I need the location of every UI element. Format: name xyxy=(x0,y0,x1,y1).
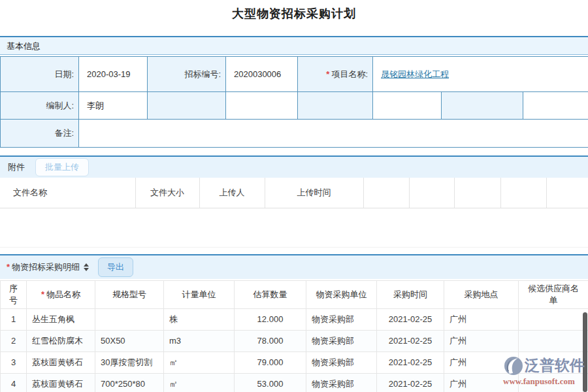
detail-column-header: 物资采购单位 xyxy=(306,280,377,308)
empty-label-cell xyxy=(298,92,373,120)
basic-info-section-header: 基本信息 xyxy=(0,37,588,55)
detail-cell: 79.000 xyxy=(235,351,306,373)
date-value: 2020-03-19 xyxy=(79,57,148,92)
detail-column-header: 采购地点 xyxy=(444,280,519,308)
detail-row[interactable]: 2红雪松防腐木50X50m378.000物资采购部2021-02-25广州 xyxy=(1,330,588,351)
attachment-column-header-empty xyxy=(409,178,454,208)
attachments-empty-body xyxy=(0,208,588,248)
detail-cell: 3 xyxy=(1,351,27,373)
required-asterisk: * xyxy=(7,262,10,272)
detail-cell: 12.000 xyxy=(235,308,306,330)
attachments-section-header: 附件 批量上传 xyxy=(0,157,588,178)
detail-cell: 荔枝面黄锈石 xyxy=(27,351,95,373)
remark-value xyxy=(79,120,588,148)
detail-header-row: 序号*物品名称规格型号计量单位估算数量物资采购单位采购时间采购地点候选供应商名单 xyxy=(1,280,588,308)
detail-cell xyxy=(519,308,588,330)
required-asterisk: * xyxy=(41,289,44,299)
project-name-link[interactable]: 晟铭园林绿化工程 xyxy=(381,69,449,79)
detail-column-header: 估算数量 xyxy=(235,280,306,308)
empty-label-cell xyxy=(442,92,523,120)
detail-column-header: *物品名称 xyxy=(27,280,95,308)
export-button[interactable]: 导出 xyxy=(98,257,133,277)
attachment-column-header-empty xyxy=(454,178,500,208)
bid-number-value: 2020030006 xyxy=(226,57,298,92)
attachment-column-header-empty xyxy=(500,178,546,208)
fanpu-logo-icon xyxy=(504,356,523,376)
empty-value-cell xyxy=(373,92,442,120)
form-row-2: 编制人: 李朗 xyxy=(1,92,588,120)
detail-cell: 物资采购部 xyxy=(306,373,377,392)
detail-cell: 53.000 xyxy=(235,373,306,392)
detail-cell: 物资采购部 xyxy=(306,308,377,330)
attachment-column-header-empty xyxy=(546,178,588,208)
attachment-column-header: 文件名称 xyxy=(0,178,135,208)
detail-cell: 物资采购部 xyxy=(306,330,377,351)
detail-column-header: 序号 xyxy=(1,280,27,308)
detail-cell: 700*250*80 xyxy=(95,373,164,392)
project-name-label-text: 项目名称: xyxy=(331,69,368,79)
detail-section-header: * 物资招标采购明细 导出 xyxy=(0,255,588,279)
detail-cell xyxy=(519,330,588,351)
detail-cell: 物资采购部 xyxy=(306,351,377,373)
detail-cell: 广州 xyxy=(444,308,519,330)
detail-cell: 丛生五角枫 xyxy=(27,308,95,330)
attachment-column-header-empty xyxy=(363,178,409,208)
attachments-section: 附件 批量上传 文件名称文件大小上传人上传时间 xyxy=(0,155,588,248)
detail-cell: ㎡ xyxy=(164,351,235,373)
detail-cell: 荔枝面黄锈石 xyxy=(27,373,95,392)
date-label: 日期: xyxy=(1,57,79,92)
basic-info-form: 日期: 2020-03-19 招标编号: 2020030006 *项目名称: 晟… xyxy=(0,56,588,148)
detail-cell: 78.000 xyxy=(235,330,306,351)
detail-cell: 4 xyxy=(1,373,27,392)
attachments-table: 文件名称文件大小上传人上传时间 xyxy=(0,178,588,208)
form-row-1: 日期: 2020-03-19 招标编号: 2020030006 *项目名称: 晟… xyxy=(1,57,588,92)
attachment-column-header: 上传时间 xyxy=(265,178,363,208)
detail-cell: 株 xyxy=(164,308,235,330)
attachment-column-header: 文件大小 xyxy=(135,178,199,208)
brand-name: 泛普软件 xyxy=(525,355,585,376)
detail-cell: 红雪松防腐木 xyxy=(27,330,95,351)
detail-cell: 2 xyxy=(1,330,27,351)
author-label: 编制人: xyxy=(1,92,79,120)
basic-info-section: 基本信息 日期: 2020-03-19 招标编号: 2020030006 *项目… xyxy=(0,36,588,148)
detail-column-header: 计量单位 xyxy=(164,280,235,308)
form-row-3: 备注: xyxy=(1,120,588,148)
project-name-label: *项目名称: xyxy=(298,57,373,92)
detail-cell: 2021-02-25 xyxy=(377,330,444,351)
detail-cell: m3 xyxy=(164,330,235,351)
empty-label-cell xyxy=(148,92,226,120)
page-title: 大型物资招标采购计划 xyxy=(0,0,588,36)
detail-section-title: 物资招标采购明细 xyxy=(12,261,80,273)
detail-cell: ㎡ xyxy=(164,373,235,392)
detail-cell: 1 xyxy=(1,308,27,330)
detail-cell: 50X50 xyxy=(95,330,164,351)
detail-cell: 2021-02-25 xyxy=(377,373,444,392)
detail-cell: 2021-02-25 xyxy=(377,351,444,373)
empty-value-cell xyxy=(226,92,298,120)
required-asterisk: * xyxy=(326,69,329,79)
empty-value-cell xyxy=(523,92,588,120)
project-name-cell: 晟铭园林绿化工程 xyxy=(373,57,588,92)
detail-row[interactable]: 1丛生五角枫株12.000物资采购部2021-02-25广州 xyxy=(1,308,588,330)
attachments-header-row: 文件名称文件大小上传人上传时间 xyxy=(0,178,588,208)
remark-label: 备注: xyxy=(1,120,79,148)
detail-cell: 2021-02-25 xyxy=(377,308,444,330)
brand-url: www.fanpusoft.com xyxy=(493,376,585,387)
detail-column-header: 候选供应商名单 xyxy=(519,280,588,308)
bid-number-label: 招标编号: xyxy=(148,57,226,92)
detail-column-header: 采购时间 xyxy=(377,280,444,308)
sort-updown-icon[interactable] xyxy=(84,263,89,271)
detail-column-header: 规格型号 xyxy=(95,280,164,308)
batch-upload-button[interactable]: 批量上传 xyxy=(35,158,89,176)
detail-cell: 广州 xyxy=(444,330,519,351)
author-value: 李朗 xyxy=(79,92,148,120)
detail-cell: 30厚按需切割 xyxy=(95,351,164,373)
brand-watermark: 泛普软件 www.fanpusoft.com xyxy=(493,355,585,387)
attachments-title: 附件 xyxy=(8,161,25,173)
detail-cell xyxy=(95,308,164,330)
attachment-column-header: 上传人 xyxy=(199,178,265,208)
